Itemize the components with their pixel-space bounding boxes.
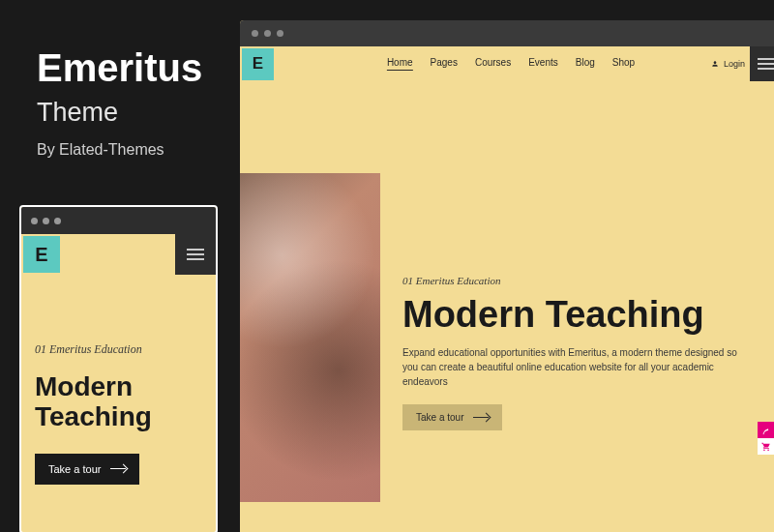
- window-dot-icon: [31, 218, 38, 224]
- site-logo[interactable]: E: [23, 236, 60, 273]
- nav-item-shop[interactable]: Shop: [612, 57, 635, 71]
- user-icon: [711, 60, 719, 68]
- hero-heading: Modern Teaching: [35, 372, 202, 432]
- hero-heading: Modern Teaching: [402, 294, 741, 336]
- theme-subtitle: Theme: [37, 98, 202, 128]
- mobile-preview[interactable]: E 01 Emeritus Education Modern Teaching …: [19, 205, 218, 532]
- nav-item-pages[interactable]: Pages: [431, 57, 458, 71]
- desktop-header: E Home Pages Courses Events Blog Shop Lo…: [240, 46, 774, 81]
- theme-title: Emeritus: [37, 46, 202, 90]
- window-dot-icon: [54, 218, 61, 224]
- theme-info-panel: Emeritus Theme By Elated-Themes: [37, 46, 202, 159]
- mobile-header: E: [21, 234, 216, 275]
- mobile-window-controls: [21, 207, 216, 234]
- take-tour-button[interactable]: Take a tour: [402, 404, 502, 430]
- hero-text-block: 01 Emeritus Education Modern Teaching Ex…: [402, 275, 741, 430]
- cart-icon: [761, 442, 771, 452]
- desktop-preview[interactable]: E Home Pages Courses Events Blog Shop Lo…: [240, 20, 774, 532]
- login-link[interactable]: Login: [711, 59, 745, 69]
- nav-item-courses[interactable]: Courses: [475, 57, 511, 71]
- cta-label: Take a tour: [416, 412, 463, 423]
- cta-label: Take a tour: [48, 463, 101, 475]
- hamburger-icon: [758, 58, 775, 70]
- arrow-right-icon: [110, 468, 126, 469]
- hamburger-menu-button[interactable]: [750, 46, 774, 81]
- envato-badge[interactable]: [758, 422, 774, 438]
- window-dot-icon: [252, 30, 258, 37]
- hero-eyebrow: 01 Emeritus Education: [402, 275, 741, 286]
- hero-eyebrow: 01 Emeritus Education: [35, 342, 202, 357]
- hamburger-icon: [187, 249, 204, 260]
- nav-item-events[interactable]: Events: [528, 57, 558, 71]
- mobile-hero: 01 Emeritus Education Modern Teaching Ta…: [21, 275, 216, 485]
- login-label: Login: [724, 59, 745, 69]
- nav-item-home[interactable]: Home: [387, 57, 413, 71]
- site-logo[interactable]: E: [242, 48, 274, 80]
- cart-badge[interactable]: [758, 438, 774, 455]
- hero-image: [240, 173, 380, 502]
- take-tour-button[interactable]: Take a tour: [35, 454, 139, 485]
- primary-nav: Home Pages Courses Events Blog Shop: [387, 57, 635, 71]
- window-dot-icon: [43, 218, 49, 224]
- leaf-icon: [761, 426, 771, 435]
- desktop-window-controls: [240, 20, 774, 46]
- hero-description: Expand educational opportunities with Em…: [402, 345, 741, 389]
- window-dot-icon: [277, 30, 283, 37]
- window-dot-icon: [264, 30, 271, 37]
- arrow-right-icon: [473, 417, 489, 418]
- nav-item-blog[interactable]: Blog: [576, 57, 595, 71]
- desktop-hero: 01 Emeritus Education Modern Teaching Ex…: [240, 81, 774, 532]
- theme-author: By Elated-Themes: [37, 141, 202, 159]
- floating-badges: [758, 422, 774, 455]
- hamburger-menu-button[interactable]: [175, 234, 216, 275]
